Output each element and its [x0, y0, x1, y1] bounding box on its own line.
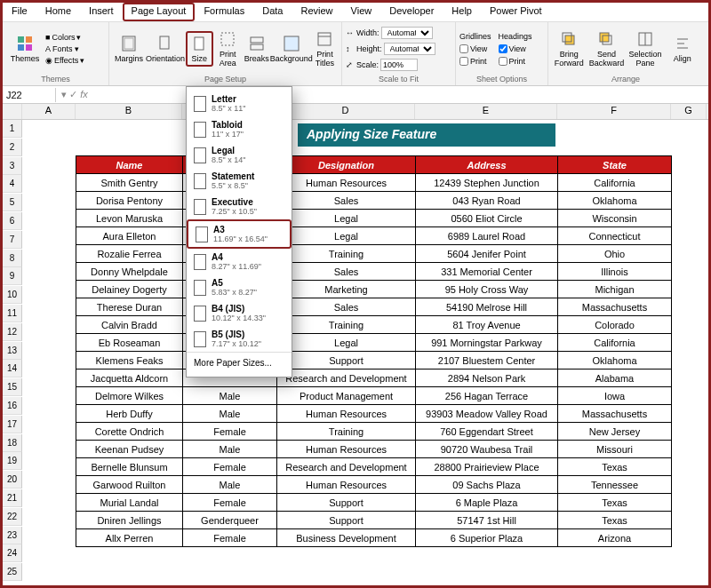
scale-input[interactable] [380, 59, 418, 71]
table-cell[interactable]: Murial Landal [76, 494, 183, 512]
row-header[interactable]: 22 [3, 508, 22, 526]
row-header[interactable]: 21 [3, 489, 22, 507]
table-cell[interactable]: 54190 Melrose Hill [416, 298, 558, 316]
height-select[interactable]: Automatic [384, 43, 435, 55]
table-cell[interactable]: Michigan [558, 281, 672, 298]
row-header[interactable]: 13 [3, 342, 22, 360]
size-option-b5-jis-[interactable]: B5 (JIS)7.17" x 10.12" [187, 326, 292, 352]
fonts-button[interactable]: A Fonts ▾ [45, 44, 84, 54]
menu-file[interactable]: File [3, 3, 36, 21]
table-cell[interactable]: Genderqueer [183, 512, 277, 529]
size-option-b4-jis-[interactable]: B4 (JIS)10.12" x 14.33" [187, 300, 292, 326]
breaks-button[interactable]: Breaks [243, 33, 271, 65]
row-header[interactable]: 9 [3, 267, 22, 285]
gridlines-print-checkbox[interactable] [459, 57, 468, 66]
table-cell[interactable]: 760 Eggendart Street [416, 423, 558, 441]
menu-view[interactable]: View [342, 3, 381, 21]
table-cell[interactable]: Marketing [277, 281, 416, 298]
table-cell[interactable]: Dorisa Pentony [76, 192, 183, 210]
row-header[interactable]: 1 [3, 120, 22, 138]
table-cell[interactable]: 331 Memorial Center [416, 263, 558, 281]
margins-button[interactable]: Margins [113, 33, 145, 65]
table-cell[interactable]: Allx Perren [76, 529, 183, 547]
menu-review[interactable]: Review [292, 3, 341, 21]
table-cell[interactable]: Male [183, 387, 277, 405]
col-header[interactable]: D [276, 104, 415, 119]
col-header[interactable]: A [22, 104, 76, 119]
table-cell[interactable]: Massachusetts [558, 298, 672, 316]
table-cell[interactable]: Connecticut [558, 227, 672, 245]
table-cell[interactable]: Texas [558, 458, 672, 476]
table-cell[interactable]: Texas [558, 512, 672, 529]
table-cell[interactable]: 12439 Stephen Junction [416, 174, 558, 192]
table-header[interactable]: Designation [277, 156, 416, 174]
table-cell[interactable]: Wisconsin [558, 210, 672, 227]
size-option-a5[interactable]: A55.83" x 8.27" [187, 274, 292, 300]
menu-home[interactable]: Home [36, 3, 80, 21]
table-cell[interactable]: 09 Sachs Plaza [416, 476, 558, 494]
table-cell[interactable]: Illinois [558, 263, 672, 281]
table-cell[interactable]: Human Resources [277, 174, 416, 192]
table-cell[interactable]: Female [183, 494, 277, 512]
col-header[interactable]: G [671, 104, 707, 119]
fx-icon[interactable]: ▾ ✓ fx [56, 89, 93, 100]
table-cell[interactable]: Donny Whelpdale [76, 263, 183, 281]
table-cell[interactable]: Research and Development [277, 458, 416, 476]
row-header[interactable]: 24 [3, 544, 22, 562]
table-cell[interactable]: Levon Maruska [76, 210, 183, 227]
size-option-tabloid[interactable]: Tabloid11" x 17" [187, 116, 292, 142]
table-cell[interactable]: 57147 1st Hill [416, 512, 558, 529]
table-header[interactable]: Name [76, 156, 183, 174]
menu-data[interactable]: Data [253, 3, 292, 21]
table-cell[interactable]: Female [183, 529, 277, 547]
background-button[interactable]: Background [273, 33, 310, 65]
table-cell[interactable]: 90720 Waubesa Trail [416, 441, 558, 458]
table-cell[interactable]: Alabama [558, 369, 672, 387]
table-cell[interactable]: Female [183, 423, 277, 441]
orientation-button[interactable]: Orientation [147, 33, 184, 65]
table-cell[interactable]: Product Management [277, 387, 416, 405]
align-button[interactable]: Align [666, 33, 699, 65]
table-cell[interactable]: Sales [277, 263, 416, 281]
table-cell[interactable]: Human Resources [277, 476, 416, 494]
table-cell[interactable]: Male [183, 476, 277, 494]
col-header[interactable]: B [76, 104, 182, 119]
table-cell[interactable]: Training [277, 423, 416, 441]
table-cell[interactable]: Oklahoma [558, 352, 672, 369]
table-cell[interactable]: Aura Elleton [76, 227, 183, 245]
table-cell[interactable]: Human Resources [277, 441, 416, 458]
row-header[interactable]: 18 [3, 434, 22, 452]
row-header[interactable]: 25 [3, 563, 22, 581]
table-cell[interactable]: Smith Gentry [76, 174, 183, 192]
menu-insert[interactable]: Insert [80, 3, 123, 21]
table-cell[interactable]: Research and Development [277, 369, 416, 387]
row-header[interactable]: 23 [3, 527, 22, 544]
table-cell[interactable]: Bernelle Blunsum [76, 458, 183, 476]
table-cell[interactable]: Sales [277, 192, 416, 210]
table-cell[interactable]: 2107 Bluestem Center [416, 352, 558, 369]
print-area-button[interactable]: Print Area [215, 28, 241, 69]
table-cell[interactable]: Delmore Wilkes [76, 387, 183, 405]
table-cell[interactable]: 95 Holy Cross Way [416, 281, 558, 298]
table-cell[interactable]: Ohio [558, 245, 672, 263]
table-cell[interactable]: Male [183, 441, 277, 458]
colors-button[interactable]: ■ Colors ▾ [45, 32, 84, 43]
table-cell[interactable]: 991 Morningstar Parkway [416, 334, 558, 352]
themes-button[interactable]: Themes [6, 33, 44, 65]
size-option-statement[interactable]: Statement5.5" x 8.5" [187, 168, 292, 194]
row-header[interactable]: 15 [3, 378, 22, 396]
bring-forward-button[interactable]: Bring Forward [552, 28, 586, 69]
table-cell[interactable]: 043 Ryan Road [416, 192, 558, 210]
table-cell[interactable]: 6989 Laurel Road [416, 227, 558, 245]
table-cell[interactable]: Human Resources [277, 405, 416, 423]
size-option-legal[interactable]: Legal8.5" x 14" [187, 142, 292, 168]
col-header[interactable]: E [415, 104, 557, 119]
row-header[interactable]: 12 [3, 323, 22, 341]
row-header[interactable]: 3 [3, 157, 22, 175]
menu-help[interactable]: Help [443, 3, 481, 21]
size-button[interactable]: Size [186, 31, 213, 67]
table-cell[interactable]: 2894 Nelson Park [416, 369, 558, 387]
table-cell[interactable]: Delainey Dogerty [76, 281, 183, 298]
effects-button[interactable]: ◉ Effects ▾ [45, 55, 84, 66]
menu-formulas[interactable]: Formulas [195, 3, 253, 21]
